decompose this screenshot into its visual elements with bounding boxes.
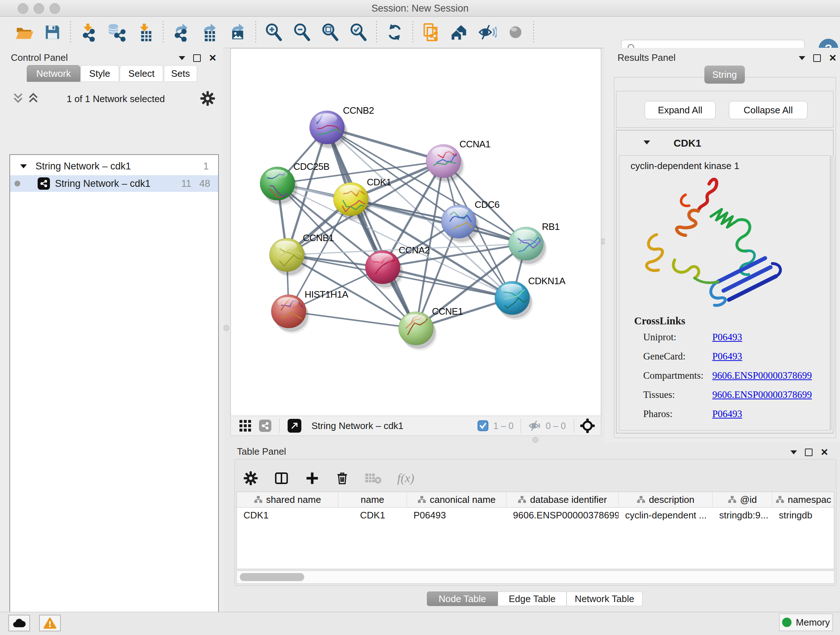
delete-column-icon[interactable]	[335, 470, 349, 486]
column-header-canonical-name[interactable]: canonical name	[407, 492, 507, 507]
warning-button[interactable]	[39, 615, 61, 631]
node-CDKN1A[interactable]	[495, 281, 533, 320]
crosslink-value[interactable]: P06493	[712, 351, 742, 362]
node-CCNA1[interactable]	[426, 144, 464, 183]
crosshair-move-icon[interactable]	[580, 418, 595, 433]
refresh-icon	[385, 23, 404, 42]
column-header-database-identifier[interactable]: database identifier	[507, 492, 619, 507]
preview-button[interactable]	[504, 21, 527, 43]
expand-all-button[interactable]: Expand All	[645, 101, 715, 119]
node-CCNB2[interactable]	[309, 102, 348, 149]
column-header-label: @id	[740, 494, 757, 505]
node-label-CDKN1A: CDKN1A	[528, 276, 566, 287]
node-table[interactable]: shared namename canonical name database …	[237, 492, 834, 569]
collapse-all-button[interactable]: Collapse All	[729, 101, 807, 119]
network-canvas[interactable]: CCNB2CCNA1CDC25BCDK1CDC6RB1CCNB1CCNA2CDK…	[231, 48, 601, 416]
table-toolbar: f(x)	[243, 466, 414, 490]
table-panel-close-icon[interactable]: ✕	[821, 448, 829, 457]
control-panel-float-icon[interactable]	[193, 54, 201, 62]
apply-layout-button[interactable]	[383, 21, 407, 43]
export-table-button[interactable]	[197, 21, 221, 43]
string-import-button[interactable]	[419, 21, 443, 43]
bottom-splitter-handle[interactable]	[532, 437, 538, 443]
control-panel-menu-icon[interactable]	[179, 56, 185, 60]
open-in-window-icon[interactable]	[287, 419, 302, 432]
hidden-eye-icon	[527, 420, 541, 432]
open-session-button[interactable]	[12, 21, 36, 43]
table-panel-float-icon[interactable]	[805, 448, 813, 456]
crosslink-value[interactable]: P06493	[712, 332, 742, 343]
add-column-icon[interactable]	[305, 470, 320, 486]
show-columns-icon[interactable]	[273, 470, 289, 486]
left-splitter-handle[interactable]	[224, 325, 229, 331]
zoom-selected-button[interactable]	[347, 21, 370, 43]
tab-select[interactable]: Select	[120, 65, 163, 82]
results-scrollbar[interactable]	[831, 156, 835, 430]
import-network-database-button[interactable]	[105, 21, 129, 43]
zoom-out-button[interactable]	[290, 21, 314, 43]
tab-string[interactable]: String	[704, 65, 745, 84]
crosslink-value[interactable]: 9606.ENSP00000378699	[712, 389, 812, 401]
results-panel-close-icon[interactable]: ✕	[829, 53, 837, 63]
node-CDC25B[interactable]	[260, 165, 298, 206]
toolbar-separator	[533, 21, 534, 43]
tab-network-table[interactable]: Network Table	[567, 592, 643, 606]
table-hscrollbar-thumb[interactable]	[240, 573, 304, 581]
selected-checkbox-icon[interactable]	[477, 420, 488, 431]
tab-style[interactable]: Style	[80, 65, 119, 82]
folder-open-icon	[15, 23, 34, 42]
node-CDK1[interactable]	[333, 182, 372, 221]
collapse-icon[interactable]	[20, 165, 27, 168]
hidden-count: 0 – 0	[546, 421, 566, 431]
node-HIST1H1A[interactable]	[271, 295, 309, 333]
zoom-in-button[interactable]	[262, 21, 286, 43]
table-panel-menu-icon[interactable]	[790, 450, 797, 454]
zoom-selected-icon	[349, 23, 368, 42]
network-tree-row[interactable]: String Network – cdk1 11 48	[10, 175, 218, 192]
edge-CDK1-RB1[interactable]	[351, 199, 526, 244]
memory-button[interactable]: Memory	[779, 614, 833, 631]
network-share-icon	[38, 177, 50, 190]
column-header-namespac[interactable]: namespac	[772, 492, 834, 507]
table-hscrollbar[interactable]	[237, 570, 834, 584]
import-network-file-button[interactable]	[77, 21, 101, 43]
home-button[interactable]	[447, 21, 471, 43]
column-header-description[interactable]: description	[619, 492, 713, 507]
save-session-button[interactable]	[41, 21, 65, 43]
cloud-button[interactable]	[8, 615, 30, 631]
tab-sets[interactable]: Sets	[164, 65, 197, 82]
hide-show-button[interactable]	[475, 21, 499, 43]
column-header-name[interactable]: name	[338, 492, 407, 507]
column-header--id[interactable]: @id	[713, 492, 772, 507]
zoom-fit-button[interactable]	[318, 21, 342, 43]
window-title: Session: New Session	[0, 3, 840, 14]
results-panel-menu-icon[interactable]	[799, 56, 805, 60]
crosslink-value[interactable]: P06493	[712, 409, 742, 420]
export-network-button[interactable]	[169, 21, 193, 43]
table-row[interactable]: CDK1CDK1P064939606.ENSP00000378699cyclin…	[237, 508, 834, 523]
column-header-shared-name[interactable]: shared name	[237, 492, 338, 507]
grid-view-icon[interactable]	[239, 419, 252, 432]
column-network-icon	[417, 496, 426, 504]
memory-status-dot	[782, 618, 791, 627]
export-image-button[interactable]	[226, 21, 249, 43]
tab-node-table[interactable]: Node Table	[427, 592, 498, 606]
tab-edge-table[interactable]: Edge Table	[498, 592, 567, 606]
control-panel-close-icon[interactable]: ✕	[209, 53, 217, 63]
node-RB1[interactable]	[508, 227, 547, 266]
node-CCNB1[interactable]	[270, 238, 308, 277]
chevron-double-down-icon[interactable]	[12, 92, 24, 104]
protein-collapse-icon[interactable]	[644, 141, 650, 144]
network-share-badge-icon[interactable]	[259, 420, 271, 432]
import-table-button[interactable]	[133, 21, 157, 43]
chevron-double-up-icon[interactable]	[27, 92, 39, 104]
gear-icon[interactable]	[200, 90, 216, 106]
protein-structure-image	[635, 173, 790, 310]
tab-network[interactable]: Network	[27, 65, 80, 82]
crosslink-value[interactable]: 9606.ENSP00000378699	[712, 370, 812, 381]
results-panel-float-icon[interactable]	[813, 54, 821, 62]
network-tree-root-row[interactable]: String Network – cdk1 1	[10, 158, 218, 174]
table-settings-gear-icon[interactable]	[243, 470, 258, 486]
table-cell: P06493	[407, 508, 507, 523]
node-CCNA2[interactable]	[365, 247, 404, 289]
